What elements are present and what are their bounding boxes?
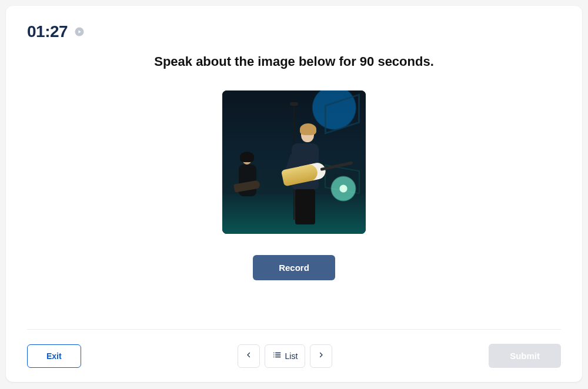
instruction-text: Speak about the image below for 90 secon… [27, 54, 561, 69]
chevron-left-icon [245, 351, 252, 361]
submit-button[interactable]: Submit [489, 344, 561, 368]
stage-truss-icon [325, 93, 360, 134]
record-wrap: Record [27, 255, 561, 280]
svg-point-5 [273, 354, 274, 356]
exit-button[interactable]: Exit [27, 344, 81, 368]
list-button-label: List [285, 351, 298, 361]
microphone-icon [290, 102, 298, 106]
svg-point-6 [273, 357, 274, 358]
nav-group: List [238, 344, 333, 368]
prev-button[interactable] [238, 344, 260, 368]
record-button[interactable]: Record [253, 255, 335, 280]
scene-bg [222, 90, 366, 234]
timer: 01:27 [27, 22, 68, 41]
footer: Exit List [27, 344, 561, 368]
header-row: 01:27 [27, 22, 561, 41]
spacer [27, 280, 561, 301]
divider [27, 329, 561, 330]
list-button[interactable]: List [265, 344, 306, 368]
background-guitarist [236, 154, 260, 219]
image-container [27, 90, 561, 234]
svg-point-4 [273, 353, 274, 354]
chevron-right-icon [318, 351, 325, 361]
play-icon[interactable] [74, 26, 85, 38]
list-icon [272, 351, 282, 361]
task-card: 01:27 Speak about the image below for 90… [6, 6, 582, 382]
prompt-image [222, 90, 366, 234]
next-button[interactable] [310, 344, 332, 368]
